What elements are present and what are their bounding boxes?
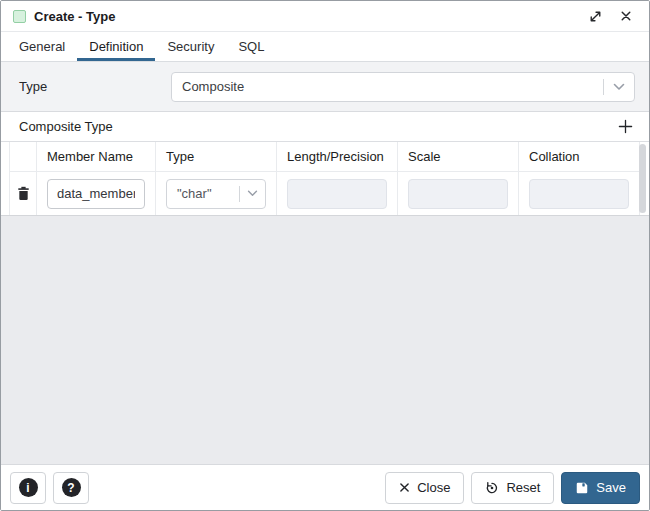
dialog-title: Create - Type [34, 9, 115, 24]
scale-field-disabled [408, 179, 508, 209]
tab-sql[interactable]: SQL [226, 32, 276, 61]
close-icon [620, 10, 632, 22]
dialog-tabs: General Definition Security SQL [1, 32, 649, 62]
delete-row-button[interactable] [15, 184, 32, 203]
type-select-value: Composite [172, 79, 603, 94]
reset-button-label: Reset [506, 480, 540, 495]
close-button[interactable]: Close [385, 472, 464, 504]
table-row-collation-cell [519, 172, 640, 215]
table-row-actions-cell [10, 172, 37, 215]
expand-icon [589, 10, 602, 23]
tab-general[interactable]: General [7, 32, 77, 61]
close-dialog-button[interactable] [615, 5, 637, 27]
plus-icon [618, 119, 633, 134]
create-type-dialog: Create - Type General Definition Securit… [0, 0, 650, 511]
save-button-label: Save [596, 480, 626, 495]
column-header-length-precision: Length/Precision [277, 142, 398, 172]
table-row-member-name-cell [37, 172, 156, 215]
save-icon [575, 481, 589, 495]
table-row-type-cell: "char" [156, 172, 277, 215]
help-icon: ? [62, 478, 81, 497]
dialog-body-filler [1, 216, 649, 464]
tab-definition[interactable]: Definition [77, 32, 155, 61]
help-button[interactable]: ? [53, 472, 89, 504]
dialog-footer: i ? Close Reset [1, 464, 649, 510]
type-icon [13, 10, 26, 23]
chevron-down-icon [240, 190, 265, 197]
reset-button[interactable]: Reset [471, 472, 554, 504]
type-field-label: Type [19, 79, 171, 94]
composite-type-title: Composite Type [19, 119, 113, 134]
composite-members-grid: Member Name Type Length/Precision Scale … [1, 141, 649, 216]
close-button-label: Close [417, 480, 450, 495]
table-row-length-precision-cell [277, 172, 398, 215]
info-icon: i [19, 478, 38, 497]
members-table: Member Name Type Length/Precision Scale … [9, 142, 639, 215]
length-precision-field-disabled [287, 179, 387, 209]
maximize-button[interactable] [584, 5, 606, 27]
type-field-row: Type Composite [1, 62, 649, 112]
reset-icon [485, 481, 499, 495]
type-select[interactable]: Composite [171, 72, 635, 102]
table-row-scale-cell [398, 172, 519, 215]
dialog-titlebar: Create - Type [1, 1, 649, 32]
column-header-member-name: Member Name [37, 142, 156, 172]
trash-icon [17, 186, 30, 201]
column-header-scale: Scale [398, 142, 519, 172]
tab-security[interactable]: Security [155, 32, 226, 61]
info-button[interactable]: i [10, 472, 46, 504]
grid-scrollbar[interactable] [639, 144, 646, 213]
column-header-collation: Collation [519, 142, 640, 172]
column-header-type: Type [156, 142, 277, 172]
close-x-icon [399, 482, 410, 493]
member-type-select[interactable]: "char" [166, 179, 266, 209]
add-member-button[interactable] [614, 116, 636, 138]
chevron-down-icon [604, 83, 634, 91]
member-name-input[interactable] [47, 179, 145, 209]
composite-type-header: Composite Type [1, 112, 649, 141]
member-type-select-value: "char" [167, 186, 239, 201]
column-header-actions [10, 142, 37, 172]
save-button[interactable]: Save [561, 472, 640, 504]
collation-field-disabled [529, 179, 629, 209]
